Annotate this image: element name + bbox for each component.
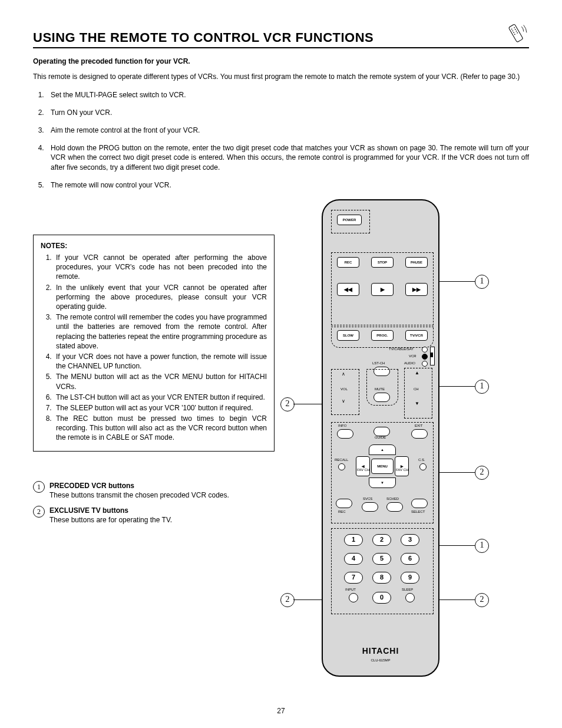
dpad-left: ◀ — [356, 456, 370, 476]
note-item: The remote control will remember the cod… — [54, 312, 267, 351]
num-0: 0 — [372, 592, 391, 604]
callout-line — [439, 386, 475, 387]
step-item: Aim the remote control at the front of y… — [46, 126, 529, 135]
audio-label: AUDIO — [404, 361, 415, 365]
favch-left-label: FAV CH — [357, 468, 369, 472]
pause-button: PAUSE — [405, 257, 428, 268]
tvcablesat-label: TV/CABLE/SAT — [389, 347, 414, 351]
step-item: The remote will now control your VCR. — [46, 180, 529, 190]
page-number: 27 — [33, 706, 529, 716]
sleep-button — [405, 593, 415, 602]
legend-desc: These buttons transmit the chosen precod… — [49, 491, 229, 499]
brand-label: HITACHI — [323, 645, 438, 657]
tvcablesat-dot — [422, 347, 428, 353]
slow-button: SLOW — [337, 330, 359, 341]
intro-paragraph: This remote is designed to operate diffe… — [33, 72, 529, 81]
callout-right-2: 1 — [475, 380, 489, 394]
mute-button — [373, 393, 390, 402]
callout-line — [293, 404, 322, 405]
callout-left-2: 2 — [280, 593, 295, 607]
guide-button — [373, 427, 390, 436]
ch-up-icon: ▲ — [415, 370, 419, 377]
steps-list: Set the MULTI-PAGE select switch to VCR.… — [33, 90, 529, 190]
num-5: 5 — [372, 553, 391, 565]
legend-desc: These buttons are for operating the TV. — [49, 516, 172, 524]
callout-line — [439, 281, 475, 282]
legend-title: EXCLUSIVE TV buttons — [49, 506, 128, 515]
legend-item-1: 1 PRECODED VCR buttons These buttons tra… — [33, 481, 275, 500]
step-item: Turn ON your VCR. — [46, 108, 529, 117]
cs-led — [419, 463, 427, 470]
callout-right-4: 1 — [475, 539, 489, 553]
step-item: Set the MULTI-PAGE select switch to VCR. — [46, 90, 529, 100]
ch-down-icon: ▼ — [415, 401, 419, 407]
num-6: 6 — [401, 553, 419, 565]
input-button — [349, 593, 358, 602]
ch-label: CH — [414, 387, 419, 391]
power-button: POWER — [337, 215, 362, 225]
dpad-right: ▶ — [395, 456, 409, 476]
note-item: If your VCR cannot be operated after per… — [54, 253, 267, 282]
sleep-label: SLEEP — [402, 587, 413, 592]
tvvcr-button: TV/VCR — [405, 330, 428, 341]
dpad-down: ▼ — [369, 477, 396, 488]
note-item: In the unlikely event that your VCR cann… — [54, 283, 267, 312]
callout-left-1: 2 — [280, 397, 295, 411]
callout-line — [439, 545, 475, 546]
exit-label: EXIT — [415, 423, 422, 428]
exit-button — [411, 429, 428, 439]
callout-right-3: 2 — [475, 466, 489, 480]
rec2-label: REC — [338, 509, 346, 514]
menu-button: MENU — [371, 459, 394, 474]
remote-diagram: POWER REC STOP PAUSE ◀◀ ▶ ▶▶ SLOW PROG. … — [322, 199, 439, 677]
notes-box: NOTES: If your VCR cannot be operated af… — [33, 235, 275, 452]
note-item: The LST-CH button will act as your VCR E… — [54, 393, 267, 402]
select-label: SELECT — [411, 509, 425, 514]
note-item: The MENU button will act as the VCR MENU… — [54, 372, 267, 391]
mute-label: MUTE — [375, 387, 385, 391]
num-8: 8 — [372, 572, 391, 584]
num-2: 2 — [372, 534, 391, 546]
callout-right-5: 2 — [475, 593, 489, 607]
cs-label: C.S. — [418, 457, 425, 462]
vcr-dot — [422, 354, 428, 360]
prog-button: PROG. — [371, 330, 394, 341]
select-button — [411, 499, 428, 508]
info-button — [337, 429, 353, 439]
step-item: Hold down the PROG button on the remote,… — [46, 143, 529, 172]
lstch-label: LST-CH — [372, 361, 385, 365]
legend-item-2: 2 EXCLUSIVE TV buttons These buttons are… — [33, 506, 275, 525]
input-label: INPUT — [345, 587, 356, 592]
callout-line — [439, 472, 475, 473]
legend-title: PRECODED VCR buttons — [49, 482, 134, 490]
play-button: ▶ — [371, 283, 394, 296]
svcs-label: SVCS — [363, 496, 372, 501]
callout-line — [293, 599, 322, 601]
callout-right-1: 1 — [475, 275, 489, 289]
rec2-button — [336, 499, 352, 508]
stop-button: STOP — [371, 257, 394, 268]
notes-list: If your VCR cannot be operated after per… — [41, 253, 267, 443]
recall-label: RECALL — [335, 457, 348, 462]
vol-down-icon: ∨ — [342, 398, 345, 405]
note-item: If your VCR does not have a power functi… — [54, 352, 267, 371]
rewind-button: ◀◀ — [337, 283, 359, 296]
num-4: 4 — [344, 553, 363, 565]
svcs-button — [362, 502, 378, 512]
note-item: The REC button must be pressed two times… — [54, 414, 267, 443]
num-1: 1 — [344, 534, 363, 546]
page-title: USING THE REMOTE TO CONTROL VCR FUNCTION… — [33, 29, 503, 47]
model-label: CLU-615MP — [323, 658, 438, 663]
num-9: 9 — [401, 572, 419, 584]
ff-button: ▶▶ — [405, 283, 428, 296]
favch-right-label: FAV CH — [396, 468, 408, 472]
vcr-label: VCR — [409, 354, 416, 358]
subheading: Operating the precoded function for your… — [33, 57, 529, 66]
info-label: INFO — [338, 423, 346, 428]
notes-title: NOTES: — [41, 241, 267, 251]
note-item: The SLEEP button will act as your VCR '1… — [54, 403, 267, 413]
legend-circle-2: 2 — [33, 506, 45, 518]
dpad-up: ▲ — [369, 444, 396, 455]
rec-button: REC — [337, 257, 359, 268]
callout-line — [439, 599, 475, 601]
